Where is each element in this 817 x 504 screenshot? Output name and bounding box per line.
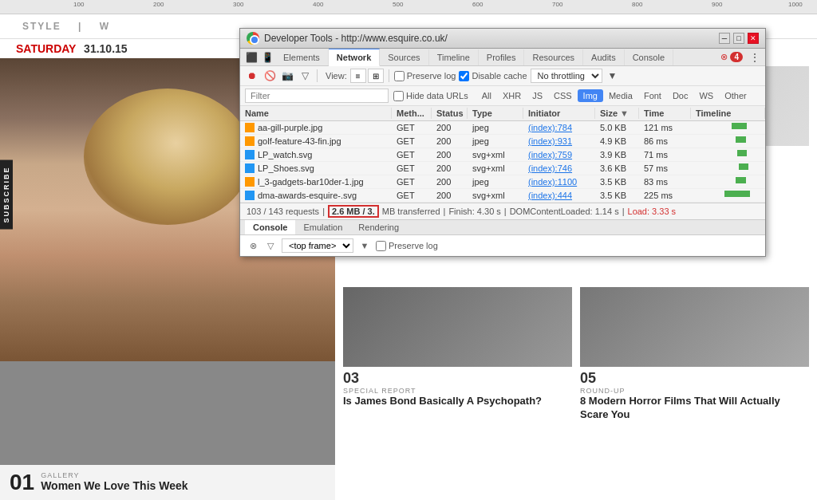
console-filter-button[interactable]: ▽ xyxy=(264,239,277,252)
view-grid-button[interactable]: ⊞ xyxy=(368,69,384,83)
ruler-100: 100 xyxy=(73,1,84,8)
date-num: 31.10.15 xyxy=(84,42,128,55)
status-sep1: | xyxy=(322,207,325,216)
ruler-500: 500 xyxy=(393,1,403,8)
tab-audits[interactable]: Audits xyxy=(583,49,625,65)
ruler-900: 900 xyxy=(712,1,722,8)
row-mime: jpeg xyxy=(468,135,523,148)
record-button[interactable]: ⏺ xyxy=(245,69,259,83)
console-clear-button[interactable]: ⊗ xyxy=(247,239,259,252)
maximize-button[interactable]: □ xyxy=(733,33,744,44)
hide-data-urls-check[interactable]: Hide data URLs xyxy=(393,91,468,101)
view-list-button[interactable]: ≡ xyxy=(350,69,366,83)
devtools-console: ⊗ ▽ <top frame> ▼ Preserve log xyxy=(240,235,765,256)
col-initiator[interactable]: Initiator xyxy=(523,108,595,119)
row-initiator[interactable]: (index):444 xyxy=(528,191,572,200)
disable-cache-checkbox[interactable] xyxy=(459,71,469,81)
row-time: 57 ms xyxy=(639,162,691,175)
throttle-select[interactable]: No throttling xyxy=(531,69,602,83)
close-button[interactable]: ✕ xyxy=(748,33,759,44)
filter-font[interactable]: Font xyxy=(638,89,667,102)
tab-network[interactable]: Network xyxy=(329,49,380,66)
subscribe-button[interactable]: SUBSCRIBE xyxy=(0,159,13,229)
filter-button[interactable]: ▽ xyxy=(298,69,312,83)
tab-elements[interactable]: Elements xyxy=(275,49,329,65)
bottom-tab-emulation[interactable]: Emulation xyxy=(295,220,350,234)
row-initiator[interactable]: (index):759 xyxy=(528,150,572,159)
file-icon xyxy=(245,123,255,132)
col-type[interactable]: Type xyxy=(468,108,523,119)
filter-all[interactable]: All xyxy=(476,89,497,102)
filter-xhr[interactable]: XHR xyxy=(497,89,527,102)
row-status: 200 xyxy=(432,189,468,202)
side-row-2: 03 SPECIAL REPORT Is James Bond Basicall… xyxy=(343,287,809,500)
console-frame-arrow[interactable]: ▼ xyxy=(358,239,371,252)
row-initiator[interactable]: (index):746 xyxy=(528,163,572,173)
table-row[interactable]: golf-feature-43-fin.jpg GET 200 jpeg (in… xyxy=(240,135,765,148)
devtools-menu-button[interactable]: ⋮ xyxy=(748,50,762,65)
hide-data-urls-checkbox[interactable] xyxy=(393,91,404,101)
console-preserve-check[interactable]: Preserve log xyxy=(376,241,438,251)
file-icon xyxy=(245,136,255,146)
filter-doc[interactable]: Doc xyxy=(667,89,694,102)
frame-select[interactable]: <top frame> xyxy=(282,238,353,253)
table-row[interactable]: aa-gill-purple.jpg GET 200 jpeg (index):… xyxy=(240,121,765,135)
table-row[interactable]: LP_Shoes.svg GET 200 svg+xml (index):746… xyxy=(240,162,765,175)
row-initiator[interactable]: (index):1100 xyxy=(528,177,577,187)
article-title-05: 8 Modern Horror Films That Will Actually… xyxy=(580,395,809,422)
col-status[interactable]: Status xyxy=(432,108,468,119)
status-sep4: | xyxy=(622,207,625,216)
tab-profiles[interactable]: Profiles xyxy=(479,49,525,65)
disable-cache-check[interactable]: Disable cache xyxy=(459,71,527,81)
preserve-log-check[interactable]: Preserve log xyxy=(394,71,456,81)
filter-input[interactable] xyxy=(245,89,389,103)
article-title-03: Is James Bond Basically A Psychopath? xyxy=(343,395,572,408)
filter-img[interactable]: Img xyxy=(578,89,603,102)
col-size[interactable]: Size ▼ xyxy=(595,108,639,119)
bottom-tab-console[interactable]: Console xyxy=(245,220,295,234)
filter-ws[interactable]: WS xyxy=(693,89,719,102)
tab-sources[interactable]: Sources xyxy=(380,49,428,65)
row-time: 225 ms xyxy=(639,189,691,202)
tab-inspect-icon[interactable]: ⬛ xyxy=(243,49,259,65)
clear-button[interactable]: 🚫 xyxy=(262,69,277,83)
minimize-button[interactable]: ─ xyxy=(719,33,730,44)
bottom-tab-rendering[interactable]: Rendering xyxy=(350,220,407,234)
table-row[interactable]: LP_watch.svg GET 200 svg+xml (index):759… xyxy=(240,148,765,162)
row-method: GET xyxy=(392,121,432,134)
console-preserve-checkbox[interactable] xyxy=(376,241,386,251)
throttle-arrow[interactable]: ▼ xyxy=(606,69,620,83)
tab-device-icon[interactable]: 📱 xyxy=(259,49,275,65)
tab-console[interactable]: Console xyxy=(625,49,673,65)
row-mime: svg+xml xyxy=(468,148,523,161)
status-sep2: | xyxy=(444,207,446,216)
row-time: 121 ms xyxy=(639,121,691,134)
ruler-1000: 1000 xyxy=(788,1,803,8)
col-time[interactable]: Time xyxy=(639,108,691,119)
filter-other[interactable]: Other xyxy=(719,89,752,102)
tab-timeline[interactable]: Timeline xyxy=(429,49,479,65)
preserve-log-checkbox[interactable] xyxy=(394,71,405,81)
table-row[interactable]: l_3-gadgets-bar10der-1.jpg GET 200 jpeg … xyxy=(240,175,765,189)
col-name[interactable]: Name xyxy=(240,108,392,119)
hide-data-urls-label: Hide data URLs xyxy=(406,91,468,100)
filter-js[interactable]: JS xyxy=(527,89,548,102)
row-initiator[interactable]: (index):931 xyxy=(528,136,572,146)
file-icon xyxy=(245,177,255,187)
row-initiator[interactable]: (index):784 xyxy=(528,123,572,132)
col-timeline[interactable]: Timeline xyxy=(691,108,765,119)
type-filter-tabs: All XHR JS CSS Img Media Font Doc WS Oth… xyxy=(476,89,752,102)
view-buttons: ≡ ⊞ xyxy=(350,69,384,83)
table-body[interactable]: aa-gill-purple.jpg GET 200 jpeg (index):… xyxy=(240,121,765,203)
tab-resources[interactable]: Resources xyxy=(524,49,583,65)
nav-section: W xyxy=(100,21,110,32)
row-mime: svg+xml xyxy=(468,189,523,202)
table-row[interactable]: dma-awards-esquire-.svg GET 200 svg+xml … xyxy=(240,189,765,203)
article-cat-05: ROUND-UP xyxy=(580,387,809,395)
row-method: GET xyxy=(392,175,432,188)
col-method[interactable]: Meth... xyxy=(392,108,432,119)
filter-css[interactable]: CSS xyxy=(548,89,578,102)
camera-button[interactable]: 📷 xyxy=(280,69,294,83)
filter-media[interactable]: Media xyxy=(603,89,638,102)
sort-arrow: ▼ xyxy=(620,108,629,118)
